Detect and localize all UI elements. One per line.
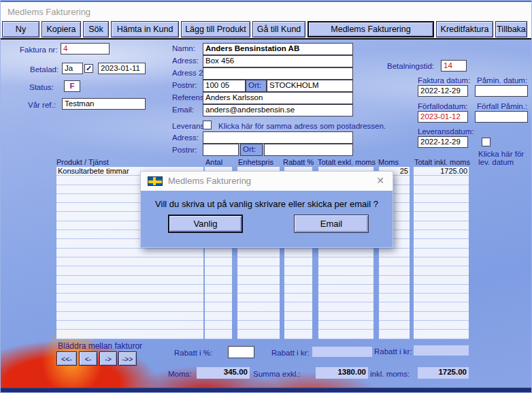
table-cell-enhetspris[interactable] bbox=[237, 249, 280, 257]
table-cell-totalt_exkl[interactable] bbox=[318, 294, 373, 302]
forfall-pamin-field[interactable] bbox=[475, 111, 528, 123]
leverans-adress-field[interactable] bbox=[203, 131, 353, 144]
table-cell-totalt_inkl[interactable] bbox=[414, 230, 469, 239]
table-cell-totalt_inkl[interactable] bbox=[414, 257, 469, 266]
table-cell-enhetspris[interactable] bbox=[237, 321, 280, 330]
table-cell-antal[interactable] bbox=[205, 257, 232, 266]
table-cell-antal[interactable] bbox=[205, 330, 232, 339]
table-cell-enhetspris[interactable] bbox=[237, 266, 280, 275]
ort-field[interactable]: STOCKHOLM bbox=[267, 80, 353, 92]
table-cell-enhetspris[interactable] bbox=[237, 330, 280, 339]
table-cell-antal[interactable] bbox=[205, 285, 232, 294]
forfallodatum-field[interactable]: 2023-01-12 bbox=[418, 111, 468, 123]
table-cell-antal[interactable] bbox=[205, 266, 232, 275]
var-ref-field[interactable]: Testman bbox=[62, 98, 146, 110]
vanlig-button[interactable]: Vanlig bbox=[168, 215, 243, 233]
table-cell-moms[interactable] bbox=[379, 330, 410, 339]
faktura-nr-field[interactable]: 4 bbox=[61, 43, 110, 54]
toolbar-button-ga-till-kund[interactable]: Gå till Kund bbox=[252, 21, 305, 37]
email-button[interactable]: Email bbox=[294, 215, 369, 233]
toolbar-button-kreditfaktura[interactable]: Kreditfaktura bbox=[436, 21, 493, 37]
table-cell-totalt_inkl[interactable]: 1725.00 bbox=[414, 167, 469, 176]
table-cell-totalt_inkl[interactable] bbox=[414, 266, 469, 275]
faktura-datum-field[interactable]: 2022-12-29 bbox=[418, 85, 468, 97]
table-cell-moms[interactable] bbox=[379, 276, 410, 285]
table-cell-moms[interactable] bbox=[379, 285, 410, 294]
table-cell-antal[interactable] bbox=[205, 321, 232, 330]
betalningstid-field[interactable]: 14 bbox=[441, 60, 467, 72]
table-cell-produkt[interactable] bbox=[56, 276, 203, 285]
table-cell-totalt_inkl[interactable] bbox=[414, 239, 469, 248]
table-cell-moms[interactable] bbox=[379, 302, 410, 311]
toolbar-button-ny[interactable]: Ny bbox=[2, 21, 39, 37]
table-cell-totalt_exkl[interactable] bbox=[318, 276, 373, 285]
table-cell-rabatt[interactable] bbox=[284, 302, 312, 311]
table-cell-totalt_exkl[interactable] bbox=[318, 285, 373, 294]
referens-field[interactable]: Anders Karlsson bbox=[203, 92, 353, 104]
table-cell-totalt_inkl[interactable] bbox=[414, 194, 469, 203]
postnr-field[interactable]: 100 05 bbox=[203, 80, 246, 92]
table-cell-totalt_inkl[interactable] bbox=[414, 285, 469, 294]
table-cell-totalt_exkl[interactable] bbox=[318, 249, 373, 257]
table-cell-rabatt[interactable] bbox=[284, 276, 312, 285]
betalad-datum-field[interactable]: 2023-01-11 bbox=[98, 63, 146, 74]
table-cell-rabatt[interactable] bbox=[284, 257, 312, 266]
table-cell-totalt_exkl[interactable] bbox=[318, 321, 373, 330]
email-field[interactable]: anders@andersbensin.se bbox=[203, 104, 353, 116]
toolbar-button-sok[interactable]: Sök bbox=[83, 21, 109, 37]
table-cell-totalt_inkl[interactable] bbox=[414, 176, 469, 185]
table-cell-enhetspris[interactable] bbox=[237, 285, 280, 294]
leveransdatum-field[interactable]: 2022-12-29 bbox=[418, 136, 468, 148]
table-cell-rabatt[interactable] bbox=[284, 330, 312, 339]
table-cell-totalt_exkl[interactable] bbox=[318, 302, 373, 311]
lev-datum-checkbox[interactable] bbox=[482, 138, 491, 146]
table-cell-rabatt[interactable] bbox=[284, 266, 312, 275]
nav-button-3[interactable]: ->> bbox=[118, 351, 137, 366]
table-cell-totalt_inkl[interactable] bbox=[414, 185, 469, 194]
table-cell-produkt[interactable] bbox=[56, 257, 203, 266]
table-cell-moms[interactable] bbox=[379, 266, 410, 275]
table-cell-totalt_inkl[interactable] bbox=[414, 321, 469, 330]
table-cell-totalt_inkl[interactable] bbox=[414, 276, 469, 285]
table-cell-antal[interactable] bbox=[205, 294, 232, 302]
table-cell-produkt[interactable] bbox=[56, 266, 203, 275]
table-cell-totalt_exkl[interactable] bbox=[318, 266, 373, 275]
leverans-checkbox[interactable] bbox=[203, 121, 212, 129]
toolbar-button-tillbaka[interactable]: Tillbaka bbox=[495, 21, 527, 37]
leverans-ort-field[interactable] bbox=[264, 144, 353, 156]
table-cell-antal[interactable] bbox=[205, 276, 232, 285]
leverans-postnr-field[interactable] bbox=[203, 144, 239, 156]
rabatt-pct-input[interactable] bbox=[228, 346, 254, 358]
table-cell-moms[interactable] bbox=[379, 312, 410, 321]
table-cell-antal[interactable] bbox=[205, 249, 232, 257]
namn-field[interactable]: Anders Bensinstation AB bbox=[203, 43, 353, 55]
table-cell-produkt[interactable] bbox=[56, 312, 203, 321]
window-titlebar[interactable]: Medlems Fakturering bbox=[1, 1, 531, 20]
table-cell-rabatt[interactable] bbox=[284, 321, 312, 330]
toolbar-button-kopiera[interactable]: Kopiera bbox=[41, 21, 81, 37]
table-cell-totalt_inkl[interactable] bbox=[414, 330, 469, 339]
table-cell-enhetspris[interactable] bbox=[237, 276, 280, 285]
betalad-field[interactable]: Ja bbox=[62, 63, 83, 74]
table-cell-totalt_inkl[interactable] bbox=[414, 221, 469, 230]
table-cell-enhetspris[interactable] bbox=[237, 312, 280, 321]
adress-field[interactable]: Box 456 bbox=[203, 55, 353, 67]
nav-button-2[interactable]: -> bbox=[99, 351, 117, 366]
table-cell-moms[interactable] bbox=[379, 249, 410, 257]
betalad-checkbox[interactable]: ✓ bbox=[84, 64, 93, 73]
table-cell-produkt[interactable] bbox=[56, 249, 203, 257]
table-cell-produkt[interactable] bbox=[56, 321, 203, 330]
pamin-datum-field[interactable] bbox=[475, 85, 528, 97]
table-cell-totalt_inkl[interactable] bbox=[414, 312, 469, 321]
table-cell-produkt[interactable] bbox=[56, 294, 203, 302]
table-cell-antal[interactable] bbox=[205, 312, 232, 321]
table-cell-produkt[interactable] bbox=[56, 302, 203, 311]
dialog-titlebar[interactable]: Medlems Fakturering ✕ bbox=[141, 172, 393, 191]
close-icon[interactable]: ✕ bbox=[376, 175, 384, 186]
table-cell-totalt_exkl[interactable] bbox=[318, 330, 373, 339]
table-cell-totalt_inkl[interactable] bbox=[414, 302, 469, 311]
nav-button-1[interactable]: <- bbox=[79, 351, 97, 366]
nav-button-0[interactable]: <<- bbox=[56, 351, 77, 366]
toolbar-button-lagg-till-produkt[interactable]: Lägg till Produkt bbox=[181, 21, 250, 37]
table-cell-totalt_inkl[interactable] bbox=[414, 249, 469, 257]
